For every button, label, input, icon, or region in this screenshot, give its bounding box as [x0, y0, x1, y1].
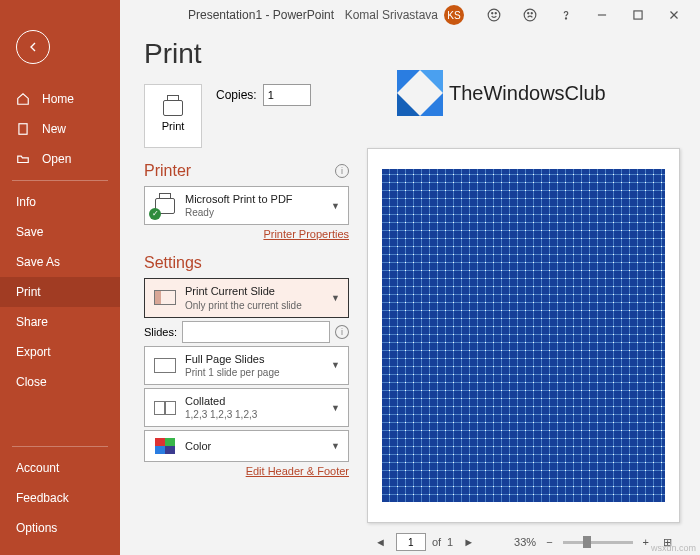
chevron-down-icon: ▼	[331, 441, 340, 451]
layout-subtitle: Print 1 slide per page	[185, 366, 323, 379]
minimize-icon[interactable]	[584, 0, 620, 30]
sidebar-item-label: Share	[16, 315, 48, 329]
sidebar-item-label: Print	[16, 285, 41, 299]
printer-heading: Printer	[144, 162, 191, 180]
printer-icon	[163, 100, 183, 116]
open-icon	[16, 152, 32, 166]
collate-dropdown[interactable]: Collated1,2,3 1,2,3 1,2,3 ▼	[144, 388, 349, 427]
page-number-input[interactable]	[396, 533, 426, 551]
preview-page	[367, 148, 680, 523]
svg-point-3	[524, 9, 536, 21]
color-icon	[153, 436, 177, 456]
sidebar-item-label: Account	[16, 461, 59, 475]
of-label: of	[432, 536, 441, 548]
sidebar-item-label: Options	[16, 521, 57, 535]
new-icon	[16, 122, 32, 136]
sidebar-item-open[interactable]: Open	[0, 144, 120, 174]
slide-layout-icon	[153, 355, 177, 375]
logo-text: TheWindowsClub	[449, 82, 606, 105]
total-pages: 1	[447, 536, 453, 548]
printer-properties-link[interactable]: Printer Properties	[144, 228, 349, 240]
color-title: Color	[185, 439, 323, 453]
sidebar-item-save[interactable]: Save	[0, 217, 120, 247]
chevron-down-icon: ▼	[331, 360, 340, 370]
color-dropdown[interactable]: Color ▼	[144, 430, 349, 462]
layout-dropdown[interactable]: Full Page SlidesPrint 1 slide per page ▼	[144, 346, 349, 385]
logo-banner: TheWindowsClub	[367, 38, 680, 148]
print-button-label: Print	[162, 120, 185, 132]
chevron-down-icon: ▼	[331, 201, 340, 211]
user-avatar[interactable]: KS	[444, 5, 464, 25]
sidebar-item-close[interactable]: Close	[0, 367, 120, 397]
zoom-out-button[interactable]: −	[542, 534, 556, 550]
sidebar-item-label: Home	[42, 92, 74, 106]
watermark: wsxdn.com	[651, 543, 696, 553]
sidebar-item-feedback[interactable]: Feedback	[0, 483, 120, 513]
svg-rect-11	[19, 124, 27, 135]
chevron-down-icon: ▼	[331, 403, 340, 413]
sidebar-item-label: Info	[16, 195, 36, 209]
sidebar-item-label: Open	[42, 152, 71, 166]
print-range-dropdown[interactable]: Print Current SlideOnly print the curren…	[144, 278, 349, 317]
sidebar-item-account[interactable]: Account	[0, 453, 120, 483]
maximize-icon[interactable]	[620, 0, 656, 30]
sidebar-item-export[interactable]: Export	[0, 337, 120, 367]
sidebar-item-share[interactable]: Share	[0, 307, 120, 337]
printer-dropdown[interactable]: ✓ Microsoft Print to PDFReady ▼	[144, 186, 349, 225]
svg-point-1	[492, 13, 493, 14]
slides-info-icon[interactable]: i	[335, 325, 349, 339]
backstage-sidebar: Home New Open Info Save Save As Print Sh…	[0, 0, 120, 555]
close-icon[interactable]	[656, 0, 692, 30]
svg-point-5	[531, 13, 532, 14]
edit-header-footer-link[interactable]: Edit Header & Footer	[144, 465, 349, 477]
collate-title: Collated	[185, 394, 323, 408]
print-panel: Print Print Copies: Printer i ✓ Microsof…	[120, 30, 700, 555]
layout-title: Full Page Slides	[185, 352, 323, 366]
copies-label: Copies:	[216, 88, 257, 102]
sidebar-item-label: Export	[16, 345, 51, 359]
prev-page-button[interactable]: ◄	[371, 534, 390, 550]
printer-status-icon: ✓	[153, 196, 177, 216]
preview-slide	[382, 169, 665, 502]
svg-point-2	[495, 13, 496, 14]
document-title: Presentation1 - PowerPoint	[188, 8, 334, 22]
sidebar-item-home[interactable]: Home	[0, 84, 120, 114]
svg-point-0	[488, 9, 500, 21]
slides-input[interactable]	[182, 321, 330, 343]
copies-input[interactable]	[263, 84, 311, 106]
zoom-slider[interactable]	[563, 541, 633, 544]
slides-label: Slides:	[144, 326, 177, 338]
zoom-label: 33%	[514, 536, 536, 548]
smile-icon[interactable]	[476, 0, 512, 30]
sidebar-item-new[interactable]: New	[0, 114, 120, 144]
page-title: Print	[144, 38, 349, 70]
range-subtitle: Only print the current slide	[185, 299, 323, 312]
help-icon[interactable]	[548, 0, 584, 30]
sidebar-item-label: Save	[16, 225, 43, 239]
sidebar-item-label: Close	[16, 375, 47, 389]
print-button[interactable]: Print	[144, 84, 202, 148]
preview-footer: ◄ of 1 ► 33% − + ⊞	[367, 529, 680, 555]
user-name: Komal Srivastava	[345, 8, 438, 22]
settings-heading: Settings	[144, 254, 202, 272]
sidebar-item-info[interactable]: Info	[0, 187, 120, 217]
sidebar-item-print[interactable]: Print	[0, 277, 120, 307]
range-title: Print Current Slide	[185, 284, 323, 298]
home-icon	[16, 92, 32, 106]
collate-icon	[153, 398, 177, 418]
sidebar-divider	[12, 446, 108, 447]
svg-point-6	[565, 18, 566, 19]
windowsclub-logo-icon	[397, 70, 443, 116]
frown-icon[interactable]	[512, 0, 548, 30]
next-page-button[interactable]: ►	[459, 534, 478, 550]
sidebar-item-saveas[interactable]: Save As	[0, 247, 120, 277]
back-button[interactable]	[16, 30, 50, 64]
sidebar-divider	[12, 180, 108, 181]
print-preview: TheWindowsClub ◄ of 1 ► 33% − + ⊞	[367, 38, 680, 555]
slide-current-icon	[153, 288, 177, 308]
printer-info-icon[interactable]: i	[335, 164, 349, 178]
chevron-down-icon: ▼	[331, 293, 340, 303]
sidebar-item-label: New	[42, 122, 66, 136]
printer-status: Ready	[185, 206, 323, 219]
sidebar-item-options[interactable]: Options	[0, 513, 120, 543]
